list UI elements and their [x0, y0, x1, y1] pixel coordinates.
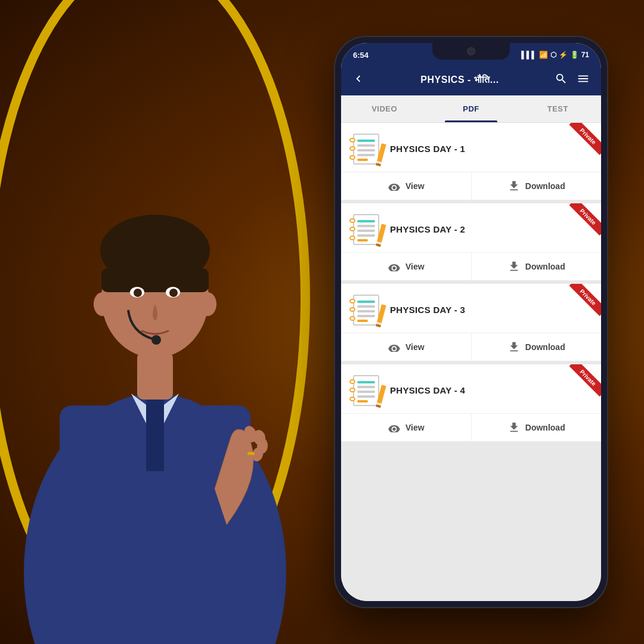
private-ribbon-3	[565, 284, 601, 320]
pdf-card-2: PHYSICS DAY - 2 View	[341, 203, 601, 280]
tab-video[interactable]: VIDEO	[341, 95, 428, 122]
pdf-card-4: PHYSICS DAY - 4 View	[341, 364, 601, 441]
wifi-icon: 📶	[539, 51, 548, 59]
pdf-title-3: PHYSICS DAY - 3	[390, 305, 465, 315]
view-button-4[interactable]: View	[341, 414, 472, 441]
search-icon	[555, 72, 568, 85]
download-button-1[interactable]: Download	[472, 172, 602, 200]
notepad-icon-3	[351, 292, 382, 327]
bluetooth-icon: ⚡	[559, 51, 568, 59]
action-row-1: View Download	[341, 172, 601, 200]
eye-icon-4	[388, 423, 401, 432]
back-icon	[352, 72, 365, 85]
phone-notch	[432, 43, 510, 60]
pdf-card-1-top: PHYSICS DAY - 1	[341, 123, 601, 172]
action-row-3: View Download	[341, 333, 601, 361]
person-area	[0, 107, 310, 644]
notepad-icon-2	[351, 212, 382, 246]
battery-level: 71	[581, 51, 589, 59]
eye-icon-1	[388, 181, 401, 191]
phone-device: 6:54 ▌▌▌ 📶 ⬡ ⚡ 🔋 71 PHYSICS - भौति...	[334, 36, 608, 608]
pdf-card-1: PHYSICS DAY - 1 View	[341, 123, 601, 200]
signal-icon: ▌▌▌	[521, 51, 537, 59]
svg-rect-3	[146, 400, 164, 471]
download-icon-4	[507, 421, 521, 434]
tab-pdf[interactable]: PDF	[428, 95, 514, 122]
private-ribbon-1	[565, 123, 601, 159]
private-ribbon-4	[565, 364, 601, 400]
pdf-card-3-top: PHYSICS DAY - 3	[341, 284, 601, 333]
phone-camera	[467, 47, 475, 55]
view-button-3[interactable]: View	[341, 333, 472, 361]
status-time: 6:54	[353, 51, 369, 60]
eye-icon-3	[388, 342, 401, 352]
download-button-3[interactable]: Download	[472, 333, 602, 361]
tab-bar: VIDEO PDF TEST	[341, 95, 601, 123]
pdf-title-2: PHYSICS DAY - 2	[390, 224, 465, 234]
search-button[interactable]	[555, 72, 568, 88]
pdf-card-4-top: PHYSICS DAY - 4	[341, 364, 601, 413]
download-icon-2	[507, 260, 521, 273]
pdf-content-area: PHYSICS DAY - 1 View	[341, 123, 601, 601]
pdf-title-4: PHYSICS DAY - 4	[390, 385, 465, 395]
view-button-2[interactable]: View	[341, 253, 472, 280]
action-row-2: View Download	[341, 252, 601, 280]
download-button-4[interactable]: Download	[472, 414, 602, 441]
download-icon-1	[507, 179, 521, 193]
person-silhouette	[12, 107, 298, 644]
svg-point-14	[169, 289, 178, 297]
svg-rect-19	[247, 452, 255, 455]
phone-wrapper: 6:54 ▌▌▌ 📶 ⬡ ⚡ 🔋 71 PHYSICS - भौति...	[334, 36, 608, 608]
back-button[interactable]	[352, 72, 365, 88]
svg-point-9	[199, 292, 216, 316]
svg-rect-7	[137, 352, 173, 400]
header-title: PHYSICS - भौति...	[420, 75, 499, 85]
svg-rect-6	[101, 268, 209, 292]
app-header: PHYSICS - भौति...	[341, 64, 601, 95]
header-icons	[555, 72, 590, 88]
eye-icon-2	[388, 262, 401, 271]
private-ribbon-2	[565, 203, 601, 239]
cast-icon: ⬡	[550, 51, 556, 59]
notepad-icon-4	[351, 373, 382, 407]
notepad-icon-1	[351, 131, 382, 166]
pdf-title-1: PHYSICS DAY - 1	[390, 144, 465, 154]
view-button-1[interactable]: View	[341, 172, 472, 200]
action-row-4: View Download	[341, 413, 601, 441]
download-button-2[interactable]: Download	[472, 253, 602, 280]
pdf-card-2-top: PHYSICS DAY - 2	[341, 203, 601, 252]
download-icon-3	[507, 340, 521, 354]
status-icons: ▌▌▌ 📶 ⬡ ⚡ 🔋 71	[521, 51, 589, 59]
menu-icon	[576, 72, 590, 85]
svg-point-13	[134, 289, 142, 297]
svg-point-8	[94, 292, 112, 316]
menu-button[interactable]	[576, 72, 590, 88]
battery-icon: 🔋	[570, 51, 579, 59]
pdf-card-3: PHYSICS DAY - 3 View	[341, 284, 601, 361]
phone-screen: 6:54 ▌▌▌ 📶 ⬡ ⚡ 🔋 71 PHYSICS - भौति...	[341, 43, 601, 601]
tab-test[interactable]: TEST	[515, 95, 601, 122]
